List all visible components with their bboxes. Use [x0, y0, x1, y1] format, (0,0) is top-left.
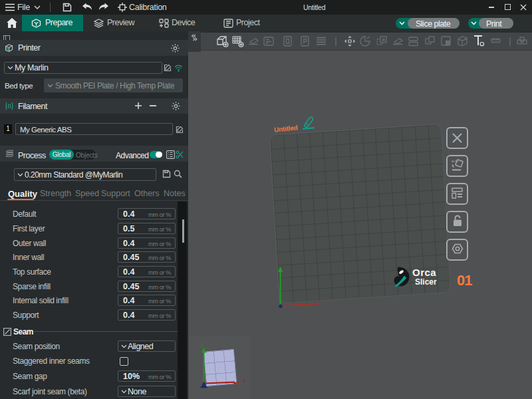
svg-text:x: x [243, 377, 246, 384]
svg-text:y: y [201, 341, 204, 348]
svg-text:AUTO: AUTO [452, 160, 459, 163]
